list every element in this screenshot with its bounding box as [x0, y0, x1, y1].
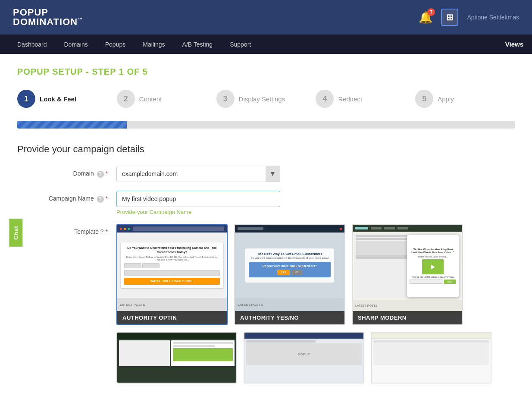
step-2[interactable]: 2 Content — [117, 90, 216, 108]
plus-icon: ⊞ — [446, 12, 454, 22]
user-name[interactable]: Aptione Settlekmas — [467, 14, 519, 21]
nav-item-mailings[interactable]: Mailings — [134, 35, 173, 54]
step-2-circle: 2 — [117, 90, 135, 108]
add-button[interactable]: ⊞ — [441, 9, 458, 26]
campaign-name-row: Campaign Name ? * Provide your Campaign … — [17, 191, 515, 215]
domain-select[interactable]: exampledomain.com — [116, 166, 280, 182]
header-right: 🔔 7 ⊞ Aptione Settlekmas — [419, 9, 519, 26]
template-card-authority-yesno[interactable]: The Best Way To Get Email Subscribers Do… — [234, 224, 345, 325]
step-5-circle: 5 — [415, 90, 433, 108]
template-thumb-sharp-modern: "Do Not Write Another Blog Post Until Yo… — [353, 225, 462, 311]
campaign-help-icon[interactable]: ? — [97, 196, 104, 203]
nav-item-abtesting[interactable]: A/B Testing — [174, 35, 222, 54]
logo-tm: ™ — [78, 17, 83, 22]
template-name-sharp-modern: SHARP MODERN — [353, 311, 462, 324]
domain-control: exampledomain.com ▼ — [116, 166, 280, 182]
section-title: Provide your campaign details — [17, 144, 515, 155]
logo-line2: DOMINATION — [13, 17, 78, 27]
steps-indicator: 1 Look & Feel 2 Content 3 Display Settin… — [17, 90, 515, 108]
template-name-authority-optin: AUTHORITY OPTIN — [117, 311, 227, 324]
logo: POPUP DOMINATION ™ — [13, 8, 83, 27]
campaign-name-control: Provide your Campaign Name — [116, 191, 280, 215]
views-label: Views — [505, 41, 523, 48]
bottom-template-card-1[interactable] — [116, 332, 237, 383]
nav-item-dashboard[interactable]: Dashboard — [9, 35, 56, 54]
chat-side-tab[interactable]: Chat — [9, 219, 22, 247]
bottom-template-card-2[interactable]: POPUP — [244, 332, 364, 383]
header: POPUP DOMINATION ™ 🔔 7 ⊞ Aptione Settlek… — [0, 0, 532, 35]
nav-item-popups[interactable]: Popups — [97, 35, 134, 54]
step-3-label: Display Settings — [239, 95, 285, 103]
step-5[interactable]: 5 Apply — [415, 90, 515, 108]
domain-row: Domain ? * exampledomain.com ▼ — [17, 166, 515, 182]
templates-container: Do You Want to Understand Your Frustrati… — [116, 224, 515, 383]
notification-bell[interactable]: 🔔 7 — [419, 11, 432, 24]
template-row: Template ? * — [17, 224, 515, 383]
progress-bar — [17, 121, 515, 129]
campaign-name-input[interactable] — [116, 191, 280, 207]
logo-line1: POPUP — [13, 8, 48, 17]
step-1-label: Look & Feel — [40, 95, 76, 103]
progress-bar-fill — [17, 121, 127, 129]
step-1-circle: 1 — [17, 90, 35, 108]
step-3[interactable]: 3 Display Settings — [216, 90, 316, 108]
main-content: POPUP SETUP - STEP 1 OF 5 1 Look & Feel … — [0, 54, 532, 396]
page-title: POPUP SETUP - STEP 1 OF 5 — [17, 67, 515, 77]
campaign-name-label: Campaign Name ? * — [17, 191, 116, 203]
domain-required-mark: * — [106, 170, 108, 177]
template-label: Template ? * — [17, 224, 116, 235]
step-1[interactable]: 1 Look & Feel — [17, 90, 117, 108]
notification-badge: 7 — [427, 8, 435, 16]
template-thumb-authority-yesno: The Best Way To Get Email Subscribers Do… — [235, 225, 344, 311]
step-5-label: Apply — [438, 95, 454, 103]
domain-help-icon[interactable]: ? — [97, 171, 104, 178]
domain-label: Domain ? * — [17, 166, 116, 178]
template-help-icon[interactable]: ? — [100, 228, 104, 235]
template-card-sharp-modern[interactable]: "Do Not Write Another Blog Post Until Yo… — [352, 224, 463, 325]
template-name-authority-yesno: AUTHORITY YES/NO — [235, 311, 344, 324]
step-3-circle: 3 — [216, 90, 235, 108]
navigation: Dashboard Domains Popups Mailings A/B Te… — [0, 35, 532, 54]
step-4[interactable]: 4 Redirect — [316, 90, 415, 108]
template-card-authority-optin[interactable]: Do You Want to Understand Your Frustrati… — [116, 224, 228, 325]
bottom-templates: POPUP — [116, 332, 515, 383]
step-4-circle: 4 — [316, 90, 334, 108]
campaign-name-hint: Provide your Campaign Name — [116, 209, 280, 215]
bottom-template-card-3[interactable] — [371, 332, 491, 383]
template-thumb-authority-optin: Do You Want to Understand Your Frustrati… — [117, 225, 227, 311]
templates-grid: Do You Want to Understand Your Frustrati… — [116, 224, 515, 325]
step-2-label: Content — [139, 95, 162, 103]
step-4-label: Redirect — [338, 95, 362, 103]
nav-item-support[interactable]: Support — [221, 35, 260, 54]
nav-item-domains[interactable]: Domains — [56, 35, 97, 54]
template-required-mark: * — [106, 228, 108, 235]
campaign-required-mark: * — [106, 195, 108, 202]
